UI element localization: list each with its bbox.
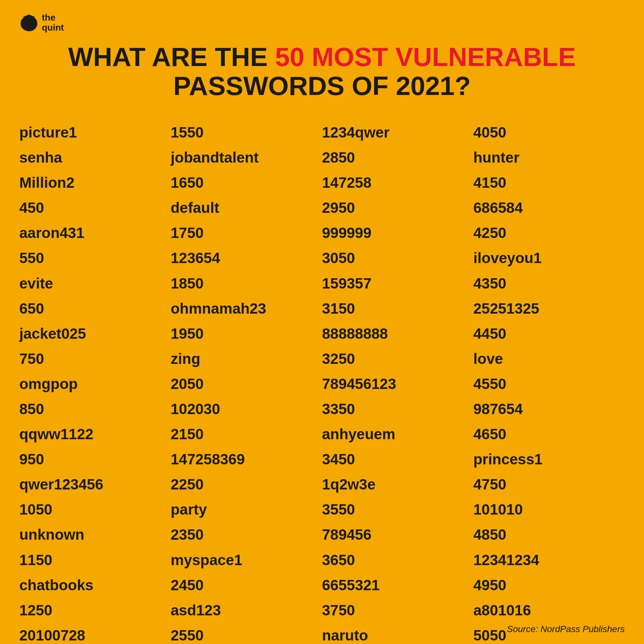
password-item: 25251325 <box>473 296 625 321</box>
password-item: 1950 <box>171 321 322 346</box>
logo-area: the quint <box>19 13 625 33</box>
password-item: 950 <box>19 447 171 472</box>
password-item: 3750 <box>322 598 473 623</box>
password-item: 2550 <box>171 623 322 644</box>
password-item: 6655321 <box>322 573 473 598</box>
password-item: 159357 <box>322 271 473 296</box>
logo-text: the quint <box>42 13 64 33</box>
source-text: Source: NordPass Publishers <box>507 624 625 634</box>
password-item: 147258369 <box>171 447 322 472</box>
password-item: 650 <box>19 296 171 321</box>
password-item: 2450 <box>171 573 322 598</box>
password-item: love <box>473 346 625 371</box>
password-item: ohmnamah23 <box>171 296 322 321</box>
password-item: omgpop <box>19 371 171 396</box>
password-item: 850 <box>19 396 171 421</box>
password-item: 3650 <box>322 547 473 573</box>
password-item: default <box>171 195 322 220</box>
password-item: 2950 <box>322 195 473 220</box>
title-highlight: 50 MOST VULNERABLE <box>275 42 576 71</box>
password-item: 4150 <box>473 170 625 195</box>
password-item: party <box>171 497 322 522</box>
password-item: 1050 <box>19 497 171 522</box>
password-item: 3050 <box>322 245 473 270</box>
password-item: 3350 <box>322 396 473 421</box>
password-item: picture1 <box>19 120 171 145</box>
password-item: qqww1122 <box>19 421 171 447</box>
password-item: 4950 <box>473 573 625 598</box>
password-item: 1q2w3e <box>322 472 473 497</box>
password-item: 3250 <box>322 346 473 371</box>
password-item: 686584 <box>473 195 625 220</box>
password-item: 88888888 <box>322 321 473 346</box>
password-item: 2150 <box>171 421 322 447</box>
password-item: 4750 <box>473 472 625 497</box>
password-item: 2250 <box>171 472 322 497</box>
password-item: 550 <box>19 245 171 270</box>
password-item: 1750 <box>171 220 322 245</box>
title-part2: PASSWORDS OF 2021? <box>173 71 470 100</box>
password-item: 1250 <box>19 598 171 623</box>
logo-line1: the <box>42 13 64 23</box>
password-item: 789456 <box>322 522 473 547</box>
password-column-col1: picture1senhaMillion2450aaron431550evite… <box>19 120 171 644</box>
password-item: 2350 <box>171 522 322 547</box>
password-item: 789456123 <box>322 371 473 396</box>
password-item: chatbooks <box>19 573 171 598</box>
password-item: unknown <box>19 522 171 547</box>
password-item: 3450 <box>322 447 473 472</box>
password-item: 4450 <box>473 321 625 346</box>
password-item: 4550 <box>473 371 625 396</box>
password-item: asd123 <box>171 598 322 623</box>
password-item: 1550 <box>171 120 322 145</box>
password-item: 3150 <box>322 296 473 321</box>
password-item: Million2 <box>19 170 171 195</box>
password-item: 1650 <box>171 170 322 195</box>
svg-point-0 <box>21 16 37 31</box>
logo-icon <box>19 13 39 33</box>
password-item: 987654 <box>473 396 625 421</box>
password-item: 12341234 <box>473 547 625 573</box>
svg-marker-1 <box>23 14 35 17</box>
password-item: 4250 <box>473 220 625 245</box>
password-item: 999999 <box>322 220 473 245</box>
password-item: naruto <box>322 623 473 644</box>
password-item: senha <box>19 145 171 170</box>
password-item: 1234qwer <box>322 120 473 145</box>
password-item: 4050 <box>473 120 625 145</box>
password-item: evite <box>19 271 171 296</box>
password-item: 2050 <box>171 371 322 396</box>
password-column-col4: 4050hunter41506865844250iloveyou14350252… <box>473 120 625 644</box>
password-item: jobandtalent <box>171 145 322 170</box>
password-item: myspace1 <box>171 547 322 573</box>
password-item: 101010 <box>473 497 625 522</box>
main-container: the quint WHAT ARE THE 50 MOST VULNERABL… <box>0 0 644 644</box>
password-item: hunter <box>473 145 625 170</box>
title-part1: WHAT ARE THE <box>68 42 275 71</box>
password-item: a801016 <box>473 598 625 623</box>
password-item: anhyeuem <box>322 421 473 447</box>
password-item: 750 <box>19 346 171 371</box>
title-section: WHAT ARE THE 50 MOST VULNERABLE PASSWORD… <box>19 43 625 100</box>
password-column-col2: 1550jobandtalent1650default1750123654185… <box>171 120 322 644</box>
password-column-col3: 1234qwer28501472582950999999305015935731… <box>322 120 473 644</box>
password-item: 4350 <box>473 271 625 296</box>
password-item: 20100728 <box>19 623 171 644</box>
password-item: 1150 <box>19 547 171 573</box>
logo-line2: quint <box>42 23 64 33</box>
password-item: qwer123456 <box>19 472 171 497</box>
password-item: 147258 <box>322 170 473 195</box>
password-item: 2850 <box>322 145 473 170</box>
password-item: zing <box>171 346 322 371</box>
password-item: 102030 <box>171 396 322 421</box>
password-item: princess1 <box>473 447 625 472</box>
password-item: jacket025 <box>19 321 171 346</box>
password-item: 123654 <box>171 245 322 270</box>
password-item: 450 <box>19 195 171 220</box>
password-item: 1850 <box>171 271 322 296</box>
password-item: aaron431 <box>19 220 171 245</box>
password-item: iloveyou1 <box>473 245 625 270</box>
passwords-grid: picture1senhaMillion2450aaron431550evite… <box>19 120 625 644</box>
password-item: 4850 <box>473 522 625 547</box>
main-title: WHAT ARE THE 50 MOST VULNERABLE PASSWORD… <box>19 43 625 100</box>
